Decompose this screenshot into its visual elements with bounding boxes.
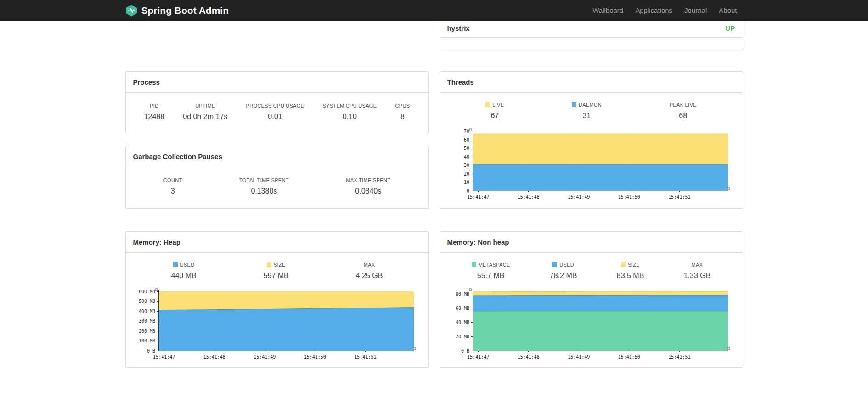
metric-value: 8 (395, 113, 410, 121)
metric-label: SYSTEM CPU USAGE (322, 103, 377, 108)
legend-value: 31 (572, 112, 602, 120)
svg-text:15:41:50: 15:41:50 (618, 194, 640, 199)
svg-text:0 B: 0 B (461, 348, 469, 353)
svg-text:80 MB: 80 MB (456, 291, 469, 296)
legend-value: 67 (485, 112, 504, 120)
metric-label: COUNT (163, 177, 182, 183)
legend-used: USED 440 MB (171, 262, 197, 280)
legend-live: LIVE 67 (485, 102, 504, 120)
panel-gc: Garbage Collection Pauses COUNT 3 TOTAL … (125, 146, 429, 209)
legend-value: 78.2 MB (550, 272, 577, 280)
used-series-swatch-icon (173, 262, 178, 267)
panel-memory-nonheap: Memory: Non heap METASPACE 55.7 MB USED … (440, 231, 743, 368)
legend-value: 440 MB (171, 272, 197, 280)
size-series-swatch-icon (267, 262, 271, 267)
legend-size: SIZE 597 MB (264, 262, 289, 280)
svg-text:70: 70 (464, 129, 469, 134)
legend-max: MAX 4.25 GB (356, 262, 383, 280)
brand-title: Spring Boot Admin (141, 5, 229, 16)
svg-text:15:41:50: 15:41:50 (618, 354, 640, 359)
svg-text:200 MB: 200 MB (139, 329, 155, 334)
metric-label: PID (144, 103, 165, 108)
application-name[interactable]: hystrix (447, 24, 470, 32)
nonheap-legend: METASPACE 55.7 MB USED 78.2 MB SIZE (440, 253, 743, 282)
svg-text:100 MB: 100 MB (139, 338, 155, 343)
metric-pid: PID 12488 (144, 103, 165, 121)
nav-link-journal[interactable]: Journal (678, 6, 713, 14)
legend-metaspace: METASPACE 55.7 MB (472, 262, 510, 280)
metric-label: MAX TIME SPENT (346, 177, 390, 183)
gc-metrics: COUNT 3 TOTAL TIME SPENT 0.1380s MAX TIM… (126, 167, 428, 208)
nav-link-wallboard[interactable]: Wallboard (586, 6, 629, 14)
threads-legend: LIVE 67 DAEMON 31 PEAK LIVE 6 (440, 93, 743, 122)
nonheap-panel-title: Memory: Non heap (440, 232, 743, 253)
metric-value: 12488 (144, 113, 165, 121)
nav-link-applications[interactable]: Applications (629, 6, 678, 14)
legend-label: MAX (364, 262, 375, 268)
metric-label: PROCESS CPU USAGE (246, 103, 304, 108)
svg-text:60: 60 (464, 137, 469, 142)
legend-max: MAX 1.33 GB (684, 262, 711, 280)
svg-text:10: 10 (464, 180, 469, 185)
svg-text:40 MB: 40 MB (456, 320, 469, 325)
svg-text:30: 30 (464, 163, 469, 168)
metric-total-time-spent: TOTAL TIME SPENT 0.1380s (239, 177, 289, 195)
metric-count: COUNT 3 (163, 177, 182, 195)
svg-text:15:41:50: 15:41:50 (304, 354, 326, 359)
legend-label: LIVE (492, 102, 504, 108)
panel-memory-heap: Memory: Heap USED 440 MB SIZE 597 MB (125, 231, 429, 368)
metric-max-time-spent: MAX TIME SPENT 0.0840s (346, 177, 390, 195)
svg-text:15:41:48: 15:41:48 (518, 354, 540, 359)
legend-value: 4.25 GB (356, 272, 383, 280)
svg-text:20: 20 (464, 171, 469, 177)
svg-text:40: 40 (464, 154, 469, 159)
svg-text:15:41:48: 15:41:48 (203, 354, 225, 359)
svg-text:500 MB: 500 MB (139, 299, 155, 304)
metric-value: 0d 0h 2m 17s (183, 113, 227, 121)
metric-label: TOTAL TIME SPENT (239, 177, 289, 183)
svg-text:600 MB: 600 MB (139, 289, 155, 294)
applications-row: hystrix UP (125, 21, 743, 50)
brand[interactable]: Spring Boot Admin (125, 5, 229, 17)
row-memory: Memory: Heap USED 440 MB SIZE 597 MB (125, 231, 743, 368)
metric-system-cpu-usage: SYSTEM CPU USAGE 0.10 (322, 103, 377, 121)
daemon-series-swatch-icon (572, 102, 576, 107)
svg-text:50: 50 (464, 146, 469, 151)
metric-uptime: UPTIME 0d 0h 2m 17s (183, 103, 227, 121)
pulse-logo-icon (125, 5, 137, 17)
svg-text:20 MB: 20 MB (456, 334, 469, 339)
legend-label: DAEMON (579, 102, 602, 108)
legend-used: USED 78.2 MB (550, 262, 577, 280)
legend-daemon: DAEMON 31 (572, 102, 602, 120)
size-series-swatch-icon (621, 262, 626, 267)
metaspace-series-swatch-icon (472, 262, 476, 267)
heap-memory-chart: 0 B100 MB200 MB300 MB400 MB500 MB600 MB1… (135, 286, 419, 361)
svg-text:400 MB: 400 MB (139, 309, 155, 314)
legend-value: 597 MB (264, 272, 289, 280)
nav-link-about[interactable]: About (713, 6, 743, 14)
svg-text:15:41:47: 15:41:47 (153, 354, 175, 359)
legend-size: SIZE 83.5 MB (617, 262, 644, 280)
legend-value: 68 (670, 112, 697, 120)
main-content: hystrix UP Process PID 12488 UPTIME 0d 0… (125, 21, 743, 368)
process-panel-title: Process (126, 72, 428, 93)
legend-label: METASPACE (479, 262, 510, 268)
left-column: Process PID 12488 UPTIME 0d 0h 2m 17s PR… (125, 71, 429, 209)
panel-threads: Threads LIVE 67 DAEMON 31 (440, 71, 743, 209)
metric-label: CPUS (395, 103, 410, 108)
threads-chart: 01020304050607015:41:4715:41:4815:41:491… (449, 126, 733, 201)
nonheap-memory-chart: 0 B20 MB40 MB60 MB80 MB15:41:4715:41:481… (449, 286, 733, 361)
legend-peak-live: PEAK LIVE 68 (670, 102, 697, 120)
threads-panel-title: Threads (440, 72, 743, 93)
heap-panel-title: Memory: Heap (126, 232, 428, 253)
application-row[interactable]: hystrix UP (440, 21, 743, 38)
navbar: Spring Boot Admin Wallboard Applications… (0, 0, 868, 21)
svg-text:15:41:49: 15:41:49 (568, 194, 590, 199)
heap-legend: USED 440 MB SIZE 597 MB MAX 4 (126, 253, 428, 282)
panel-process: Process PID 12488 UPTIME 0d 0h 2m 17s PR… (125, 71, 429, 134)
svg-text:15:41:47: 15:41:47 (467, 194, 489, 199)
metric-value: 0.10 (322, 113, 377, 121)
legend-label: USED (559, 262, 574, 268)
svg-text:15:41:51: 15:41:51 (354, 354, 376, 359)
svg-text:15:41:51: 15:41:51 (668, 194, 690, 199)
